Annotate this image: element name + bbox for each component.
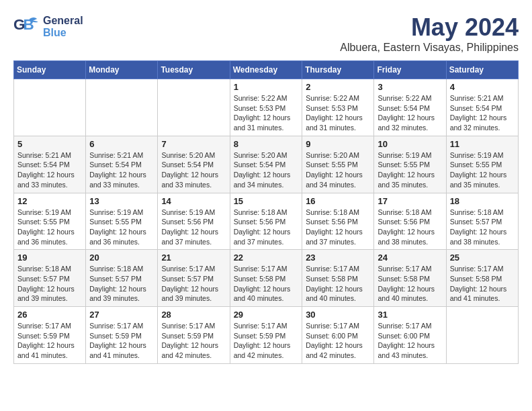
day-info: Sunrise: 5:20 AMSunset: 5:54 PMDaylight:…: [161, 150, 226, 190]
day-number: 4: [450, 82, 515, 92]
calendar-cell: 1Sunrise: 5:22 AMSunset: 5:53 PMDaylight…: [230, 79, 302, 136]
week-row-4: 19Sunrise: 5:18 AMSunset: 5:57 PMDayligh…: [14, 250, 519, 307]
day-info: Sunrise: 5:17 AMSunset: 5:58 PMDaylight:…: [234, 264, 299, 304]
day-info: Sunrise: 5:19 AMSunset: 5:56 PMDaylight:…: [161, 208, 226, 247]
calendar-cell: 6Sunrise: 5:21 AMSunset: 5:54 PMDaylight…: [86, 136, 158, 193]
day-number: 6: [89, 139, 154, 149]
weekday-header-wednesday: Wednesday: [230, 61, 302, 79]
calendar-cell: 5Sunrise: 5:21 AMSunset: 5:54 PMDaylight…: [14, 136, 86, 193]
week-row-1: 1Sunrise: 5:22 AMSunset: 5:53 PMDaylight…: [14, 79, 519, 136]
calendar-cell: 27Sunrise: 5:17 AMSunset: 5:59 PMDayligh…: [86, 307, 158, 364]
calendar-cell: 23Sunrise: 5:17 AMSunset: 5:58 PMDayligh…: [302, 250, 374, 307]
calendar-cell: 9Sunrise: 5:20 AMSunset: 5:55 PMDaylight…: [302, 136, 374, 193]
calendar-cell: 30Sunrise: 5:17 AMSunset: 6:00 PMDayligh…: [302, 307, 374, 364]
day-number: 16: [306, 196, 370, 206]
weekday-header-thursday: Thursday: [302, 61, 374, 79]
day-number: 17: [378, 196, 442, 206]
day-number: 28: [161, 310, 226, 320]
calendar-cell: 20Sunrise: 5:18 AMSunset: 5:57 PMDayligh…: [86, 250, 158, 307]
day-info: Sunrise: 5:22 AMSunset: 5:53 PMDaylight:…: [234, 93, 299, 133]
calendar-cell: 22Sunrise: 5:17 AMSunset: 5:58 PMDayligh…: [230, 250, 302, 307]
weekday-header-monday: Monday: [86, 61, 158, 79]
day-info: Sunrise: 5:19 AMSunset: 5:55 PMDaylight:…: [89, 208, 154, 247]
day-number: 12: [17, 196, 82, 206]
calendar-cell: 2Sunrise: 5:22 AMSunset: 5:53 PMDaylight…: [302, 79, 374, 136]
day-number: 2: [306, 82, 370, 92]
day-number: 7: [161, 139, 226, 149]
day-info: Sunrise: 5:17 AMSunset: 5:59 PMDaylight:…: [17, 321, 82, 361]
day-info: Sunrise: 5:18 AMSunset: 5:56 PMDaylight:…: [234, 208, 299, 247]
subtitle: Albuera, Eastern Visayas, Philippines: [340, 42, 519, 54]
day-info: Sunrise: 5:21 AMSunset: 5:54 PMDaylight:…: [17, 150, 82, 190]
calendar-cell: [158, 79, 230, 136]
day-info: Sunrise: 5:22 AMSunset: 5:53 PMDaylight:…: [306, 93, 370, 133]
day-info: Sunrise: 5:17 AMSunset: 5:58 PMDaylight:…: [378, 264, 442, 304]
weekday-header-tuesday: Tuesday: [158, 61, 230, 79]
calendar-cell: 31Sunrise: 5:17 AMSunset: 6:00 PMDayligh…: [374, 307, 446, 364]
weekday-header-row: SundayMondayTuesdayWednesdayThursdayFrid…: [14, 61, 519, 79]
calendar-cell: 17Sunrise: 5:18 AMSunset: 5:56 PMDayligh…: [374, 193, 446, 250]
day-number: 19: [17, 253, 82, 263]
calendar-cell: 11Sunrise: 5:19 AMSunset: 5:55 PMDayligh…: [446, 136, 518, 193]
day-number: 24: [378, 253, 442, 263]
day-info: Sunrise: 5:17 AMSunset: 6:00 PMDaylight:…: [306, 321, 370, 361]
calendar-cell: 25Sunrise: 5:17 AMSunset: 5:58 PMDayligh…: [446, 250, 518, 307]
day-info: Sunrise: 5:18 AMSunset: 5:57 PMDaylight:…: [17, 264, 82, 304]
week-row-5: 26Sunrise: 5:17 AMSunset: 5:59 PMDayligh…: [14, 307, 519, 364]
calendar-cell: 28Sunrise: 5:17 AMSunset: 5:59 PMDayligh…: [158, 307, 230, 364]
day-info: Sunrise: 5:17 AMSunset: 5:59 PMDaylight:…: [161, 321, 226, 361]
calendar-cell: 12Sunrise: 5:19 AMSunset: 5:55 PMDayligh…: [14, 193, 86, 250]
day-number: 3: [378, 82, 442, 92]
header: G B General Blue May 2024 Albuera, Easte…: [13, 13, 519, 54]
day-info: Sunrise: 5:17 AMSunset: 5:59 PMDaylight:…: [89, 321, 154, 361]
day-info: Sunrise: 5:17 AMSunset: 5:59 PMDaylight:…: [234, 321, 299, 361]
calendar-cell: 18Sunrise: 5:18 AMSunset: 5:57 PMDayligh…: [446, 193, 518, 250]
day-number: 26: [17, 310, 82, 320]
day-number: 27: [89, 310, 154, 320]
weekday-header-friday: Friday: [374, 61, 446, 79]
day-number: 5: [17, 139, 82, 149]
day-number: 31: [378, 310, 442, 320]
day-info: Sunrise: 5:18 AMSunset: 5:56 PMDaylight:…: [306, 208, 370, 247]
day-number: 29: [234, 310, 299, 320]
calendar-cell: [86, 79, 158, 136]
logo-general-text: General: [43, 15, 83, 27]
calendar-cell: 15Sunrise: 5:18 AMSunset: 5:56 PMDayligh…: [230, 193, 302, 250]
calendar-cell: 19Sunrise: 5:18 AMSunset: 5:57 PMDayligh…: [14, 250, 86, 307]
title-area: May 2024 Albuera, Eastern Visayas, Phili…: [340, 13, 519, 54]
calendar-cell: 14Sunrise: 5:19 AMSunset: 5:56 PMDayligh…: [158, 193, 230, 250]
day-info: Sunrise: 5:20 AMSunset: 5:54 PMDaylight:…: [234, 150, 299, 190]
day-number: 15: [234, 196, 299, 206]
day-info: Sunrise: 5:18 AMSunset: 5:56 PMDaylight:…: [378, 208, 442, 247]
calendar-cell: 21Sunrise: 5:17 AMSunset: 5:57 PMDayligh…: [158, 250, 230, 307]
day-number: 25: [450, 253, 515, 263]
calendar: SundayMondayTuesdayWednesdayThursdayFrid…: [13, 60, 519, 364]
calendar-cell: 24Sunrise: 5:17 AMSunset: 5:58 PMDayligh…: [374, 250, 446, 307]
logo-label: General Blue: [43, 15, 83, 38]
calendar-cell: 3Sunrise: 5:22 AMSunset: 5:54 PMDaylight…: [374, 79, 446, 136]
day-number: 9: [306, 139, 370, 149]
calendar-cell: 26Sunrise: 5:17 AMSunset: 5:59 PMDayligh…: [14, 307, 86, 364]
day-number: 13: [89, 196, 154, 206]
day-info: Sunrise: 5:19 AMSunset: 5:55 PMDaylight:…: [17, 208, 82, 247]
day-number: 21: [161, 253, 226, 263]
day-number: 1: [234, 82, 299, 92]
day-number: 30: [306, 310, 370, 320]
day-info: Sunrise: 5:18 AMSunset: 5:57 PMDaylight:…: [450, 208, 515, 247]
day-info: Sunrise: 5:17 AMSunset: 5:58 PMDaylight:…: [450, 264, 515, 304]
calendar-cell: 16Sunrise: 5:18 AMSunset: 5:56 PMDayligh…: [302, 193, 374, 250]
day-info: Sunrise: 5:18 AMSunset: 5:57 PMDaylight:…: [89, 264, 154, 304]
day-info: Sunrise: 5:19 AMSunset: 5:55 PMDaylight:…: [378, 150, 442, 190]
day-number: 18: [450, 196, 515, 206]
day-number: 10: [378, 139, 442, 149]
day-number: 20: [89, 253, 154, 263]
day-number: 23: [306, 253, 370, 263]
calendar-cell: 7Sunrise: 5:20 AMSunset: 5:54 PMDaylight…: [158, 136, 230, 193]
logo: G B General Blue: [13, 13, 83, 40]
calendar-cell: [446, 307, 518, 364]
weekday-header-sunday: Sunday: [14, 61, 86, 79]
day-number: 22: [234, 253, 299, 263]
calendar-cell: 10Sunrise: 5:19 AMSunset: 5:55 PMDayligh…: [374, 136, 446, 193]
calendar-cell: [14, 79, 86, 136]
calendar-cell: 13Sunrise: 5:19 AMSunset: 5:55 PMDayligh…: [86, 193, 158, 250]
